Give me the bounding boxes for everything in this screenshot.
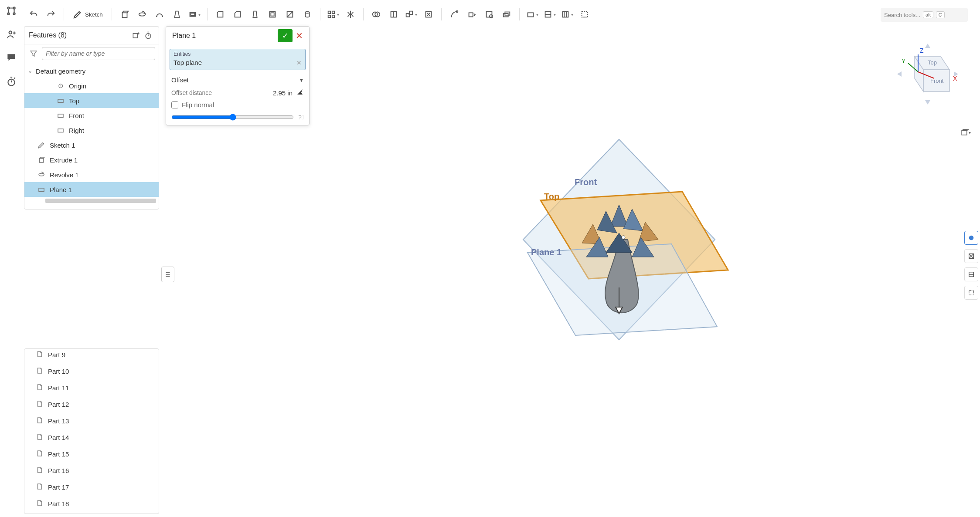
- toolbar-divider: [441, 8, 442, 20]
- rollback-bar[interactable]: [45, 199, 156, 203]
- comment-icon[interactable]: [6, 52, 17, 64]
- part-item[interactable]: Part 13: [24, 412, 159, 429]
- rollback-icon[interactable]: [142, 29, 154, 41]
- stopwatch-icon[interactable]: [6, 76, 17, 87]
- svg-point-13: [305, 12, 309, 14]
- extrude-icon: [37, 155, 46, 165]
- add-feature-icon[interactable]: [130, 29, 142, 41]
- undo-button[interactable]: [26, 7, 41, 22]
- svg-point-24: [456, 11, 458, 13]
- svg-rect-37: [58, 114, 63, 118]
- features-title: Features (8): [29, 31, 130, 39]
- front-label: Front: [69, 112, 84, 119]
- tree-extrude1[interactable]: Extrude 1: [24, 152, 159, 167]
- split-icon[interactable]: [386, 7, 401, 22]
- display-mode-transparent-icon[interactable]: [964, 286, 978, 300]
- filter-icon[interactable]: [28, 48, 39, 59]
- plane-tool-icon[interactable]: ▾: [525, 7, 540, 22]
- part-label: Part 13: [48, 417, 69, 425]
- extrude-icon[interactable]: [117, 7, 132, 22]
- part-item[interactable]: Part 11: [24, 379, 159, 396]
- add-person-icon[interactable]: [6, 29, 17, 40]
- frame-icon[interactable]: [577, 7, 592, 22]
- revolve-icon[interactable]: [135, 7, 150, 22]
- svg-rect-38: [58, 129, 63, 132]
- part-item[interactable]: Part 9: [24, 349, 159, 363]
- sketch-button[interactable]: Sketch: [69, 7, 106, 22]
- svg-rect-11: [271, 13, 274, 16]
- plane-icon: [37, 185, 46, 194]
- parts-panel: Part 9Part 10Part 11Part 12Part 13Part 1…: [24, 348, 159, 514]
- default-geometry-label: Default geometry: [36, 68, 85, 75]
- mirror-icon[interactable]: [343, 7, 358, 22]
- tree-default-geometry[interactable]: ⌄ Default geometry: [24, 64, 159, 78]
- sketch-label: Sketch: [85, 11, 103, 18]
- tree-revolve1[interactable]: Revolve 1: [24, 167, 159, 182]
- origin-label: Origin: [69, 82, 86, 90]
- display-mode-wireframe-icon[interactable]: [964, 249, 978, 263]
- tree-front-plane[interactable]: Front: [24, 108, 159, 123]
- part-item[interactable]: Part 14: [24, 429, 159, 446]
- features-header: Features (8): [24, 27, 159, 44]
- search-placeholder-text: Search tools...: [884, 12, 920, 18]
- modify-fillet-icon[interactable]: [447, 7, 462, 22]
- svg-rect-14: [328, 11, 331, 14]
- parts-list[interactable]: Part 9Part 10Part 11Part 12Part 13Part 1…: [24, 349, 159, 514]
- display-mode-hidden-icon[interactable]: [964, 267, 978, 281]
- 3d-viewport[interactable]: Front Top Plane 1: [161, 26, 963, 517]
- search-tools-box[interactable]: Search tools... alt C: [881, 8, 968, 22]
- fillet-icon[interactable]: [213, 7, 228, 22]
- draft-icon[interactable]: [248, 7, 262, 22]
- svg-point-35: [146, 34, 151, 39]
- loft-icon[interactable]: [170, 7, 184, 22]
- configure-icon[interactable]: [6, 5, 17, 17]
- tree-origin[interactable]: ⊙Origin: [24, 78, 159, 93]
- svg-rect-36: [58, 99, 63, 103]
- tree-right-plane[interactable]: Right: [24, 123, 159, 138]
- sheet-metal-icon[interactable]: ▾: [560, 7, 575, 22]
- section-view-icon[interactable]: ▾: [542, 7, 557, 22]
- toolbar-divider: [207, 8, 208, 20]
- part-item[interactable]: Part 17: [24, 479, 159, 495]
- svg-point-53: [969, 236, 974, 240]
- shell-icon[interactable]: [265, 7, 280, 22]
- sweep-icon[interactable]: [152, 7, 167, 22]
- chamfer-icon[interactable]: [230, 7, 245, 22]
- move-face-icon[interactable]: [464, 7, 479, 22]
- delete-face-icon[interactable]: [421, 7, 436, 22]
- hole-icon[interactable]: [300, 7, 315, 22]
- replace-face-icon[interactable]: [482, 7, 497, 22]
- svg-point-1: [13, 7, 15, 9]
- right-label: Right: [69, 127, 84, 134]
- viewport-plane1-label: Plane 1: [531, 247, 561, 257]
- part-item[interactable]: Part 16: [24, 462, 159, 479]
- display-mode-shaded-icon[interactable]: [964, 231, 978, 245]
- extrude1-label: Extrude 1: [50, 156, 78, 164]
- svg-point-40: [39, 173, 44, 176]
- pattern-icon[interactable]: ▾: [326, 7, 340, 22]
- part-item[interactable]: Part 18: [24, 495, 159, 512]
- thicken-icon[interactable]: ▾: [187, 7, 202, 22]
- filter-input[interactable]: [42, 47, 155, 60]
- plane-icon: [56, 125, 65, 135]
- offset-surface-icon[interactable]: [499, 7, 514, 22]
- svg-rect-56: [969, 291, 974, 295]
- svg-point-65: [622, 236, 625, 239]
- tree-plane1[interactable]: Plane 1: [24, 182, 159, 197]
- tree-top-plane[interactable]: Top: [24, 93, 159, 108]
- toolbar-divider: [112, 8, 112, 20]
- transform-icon[interactable]: ▾: [404, 7, 419, 22]
- part-label: Part 12: [48, 401, 69, 408]
- svg-point-4: [9, 31, 12, 34]
- part-item[interactable]: Part 12: [24, 396, 159, 412]
- svg-rect-16: [328, 15, 331, 18]
- rib-icon[interactable]: [282, 7, 297, 22]
- part-label: Part 9: [48, 351, 65, 358]
- part-item[interactable]: Part 15: [24, 446, 159, 462]
- boolean-icon[interactable]: [369, 7, 384, 22]
- redo-button[interactable]: [44, 7, 58, 22]
- tree-sketch1[interactable]: Sketch 1: [24, 138, 159, 152]
- part-label: Part 11: [48, 384, 69, 392]
- part-item[interactable]: Part 10: [24, 363, 159, 379]
- svg-rect-34: [133, 34, 137, 38]
